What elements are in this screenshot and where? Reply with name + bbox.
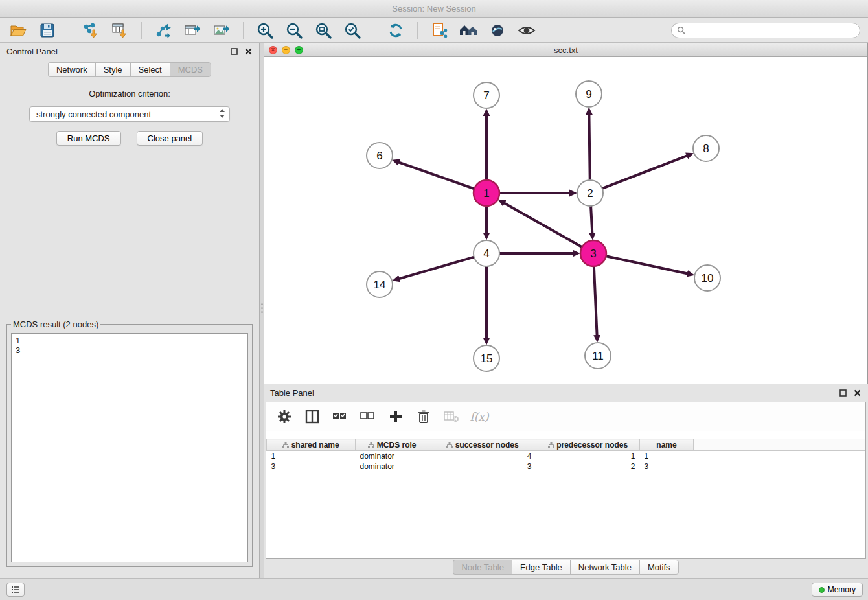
close-window-button[interactable]: ×: [269, 46, 277, 54]
graph-edge-2-3[interactable]: [591, 206, 592, 233]
delete-table-button[interactable]: [442, 408, 461, 426]
task-history-button[interactable]: [6, 583, 25, 597]
graph-edge-1-6[interactable]: [398, 162, 474, 189]
run-mcds-button[interactable]: Run MCDS: [56, 131, 121, 146]
memory-label: Memory: [828, 585, 856, 594]
zoom-selected-button[interactable]: [342, 20, 363, 41]
table-cell[interactable]: dominator: [356, 461, 429, 472]
table-cell[interactable]: 3: [640, 461, 694, 472]
export-network-icon: [155, 22, 172, 39]
show-hide-button[interactable]: [516, 20, 537, 41]
control-panel-header: Control Panel: [0, 43, 259, 60]
table-cell[interactable]: 1: [536, 451, 640, 461]
zoom-selected-icon: [343, 21, 361, 40]
graph-node-1[interactable]: 1: [474, 180, 499, 206]
zoom-out-button[interactable]: [284, 20, 304, 41]
table-cell[interactable]: 3: [267, 461, 356, 472]
delete-row-button[interactable]: [415, 408, 433, 426]
function-builder-button[interactable]: f(x): [470, 408, 488, 426]
graph-edge-3-1[interactable]: [504, 203, 582, 247]
minimize-window-button[interactable]: −: [282, 46, 290, 54]
network-window-titlebar[interactable]: scc.txt × − +: [264, 43, 867, 57]
tab-edge-table[interactable]: Edge Table: [512, 560, 570, 575]
tab-mcds[interactable]: MCDS: [170, 62, 211, 77]
graph-node-6[interactable]: 6: [367, 143, 393, 168]
close-panel-icon[interactable]: [852, 388, 862, 397]
export-network-button[interactable]: [153, 20, 174, 41]
mcds-panel-body: Optimization criterion: strongly connect…: [0, 77, 259, 146]
memory-button[interactable]: Memory: [812, 583, 863, 597]
graph-node-7[interactable]: 7: [474, 82, 499, 108]
graph-node-15[interactable]: 15: [474, 345, 499, 371]
column-header-mcds-role[interactable]: MCDS role: [356, 439, 429, 451]
annotation-button[interactable]: [487, 20, 508, 41]
graph-edge-3-11[interactable]: [594, 266, 597, 336]
graph-node-3[interactable]: 3: [580, 240, 606, 266]
zoom-window-button[interactable]: +: [295, 46, 303, 54]
table-cell[interactable]: 4: [429, 451, 536, 461]
table-cell[interactable]: 1: [267, 451, 356, 461]
criterion-dropdown[interactable]: strongly connected component: [29, 106, 230, 122]
mcds-result-title: MCDS result (2 nodes): [11, 319, 100, 329]
import-table-button[interactable]: [109, 20, 130, 41]
tab-select[interactable]: Select: [130, 62, 170, 77]
tab-node-table[interactable]: Node Table: [453, 560, 512, 575]
column-header-name[interactable]: name: [640, 439, 694, 451]
table-row[interactable]: 1dominator411: [267, 451, 866, 461]
home-button[interactable]: [458, 20, 479, 41]
table-cell[interactable]: 1: [640, 451, 694, 461]
export-image-button[interactable]: [211, 20, 232, 41]
column-header-shared-name[interactable]: shared name: [267, 439, 356, 451]
table-cell[interactable]: 3: [429, 461, 536, 472]
tab-network[interactable]: Network: [48, 62, 95, 77]
mcds-result-list[interactable]: 1 3: [11, 333, 248, 562]
zoom-in-button[interactable]: [255, 20, 275, 41]
search-box[interactable]: [671, 23, 860, 38]
column-header-predecessor-nodes[interactable]: predecessor nodes: [536, 439, 640, 451]
control-panel-tabs: Network Style Select MCDS: [0, 62, 259, 77]
search-input[interactable]: [689, 25, 854, 35]
float-panel-icon[interactable]: [229, 47, 238, 56]
add-row-button[interactable]: [387, 408, 405, 426]
zoom-fit-button[interactable]: [313, 20, 334, 41]
network-view-window: scc.txt × − + 7968123414101511: [264, 43, 868, 384]
close-panel-button[interactable]: Close panel: [137, 131, 203, 146]
show-columns-button[interactable]: [303, 408, 321, 426]
graph-node-2[interactable]: 2: [577, 180, 603, 206]
column-header-successor-nodes[interactable]: successor nodes: [429, 439, 536, 451]
table-panel-title: Table Panel: [270, 388, 314, 398]
table-settings-button[interactable]: [275, 408, 293, 426]
graph-node-4[interactable]: 4: [474, 240, 499, 266]
deselect-all-button[interactable]: [359, 408, 377, 426]
graph-edge-4-14[interactable]: [399, 257, 474, 279]
graph-node-9[interactable]: 9: [576, 81, 602, 107]
tab-style[interactable]: Style: [95, 62, 130, 77]
table-row[interactable]: 3dominator323: [267, 461, 866, 472]
import-network-button[interactable]: [80, 20, 101, 41]
svg-text:10: 10: [702, 272, 714, 284]
tab-network-table[interactable]: Network Table: [570, 560, 639, 575]
svg-text:9: 9: [586, 88, 591, 100]
table-cell[interactable]: 2: [536, 461, 640, 472]
table-cell[interactable]: dominator: [356, 451, 429, 461]
select-all-button[interactable]: [331, 408, 349, 426]
refresh-layout-button[interactable]: [385, 20, 406, 41]
graph-edge-2-8[interactable]: [602, 156, 687, 189]
export-web-button[interactable]: [429, 20, 450, 41]
graph-node-10[interactable]: 10: [694, 265, 720, 291]
graph-node-8[interactable]: 8: [693, 135, 719, 161]
save-session-button[interactable]: [37, 20, 58, 41]
window-titlebar[interactable]: Session: New Session: [0, 0, 868, 18]
float-panel-icon[interactable]: [838, 388, 847, 397]
graph-node-11[interactable]: 11: [585, 343, 611, 369]
tab-motifs[interactable]: Motifs: [639, 560, 679, 575]
graph-edge-2-9[interactable]: [589, 114, 589, 180]
export-table-button[interactable]: [182, 20, 203, 41]
open-session-button[interactable]: [8, 20, 29, 41]
close-panel-icon[interactable]: [244, 47, 253, 56]
toolbar-separator: [69, 22, 69, 39]
graph-edge-3-10[interactable]: [606, 256, 688, 273]
plus-icon: [389, 410, 403, 424]
graph-node-14[interactable]: 14: [367, 271, 393, 297]
network-canvas[interactable]: 7968123414101511: [264, 57, 867, 384]
